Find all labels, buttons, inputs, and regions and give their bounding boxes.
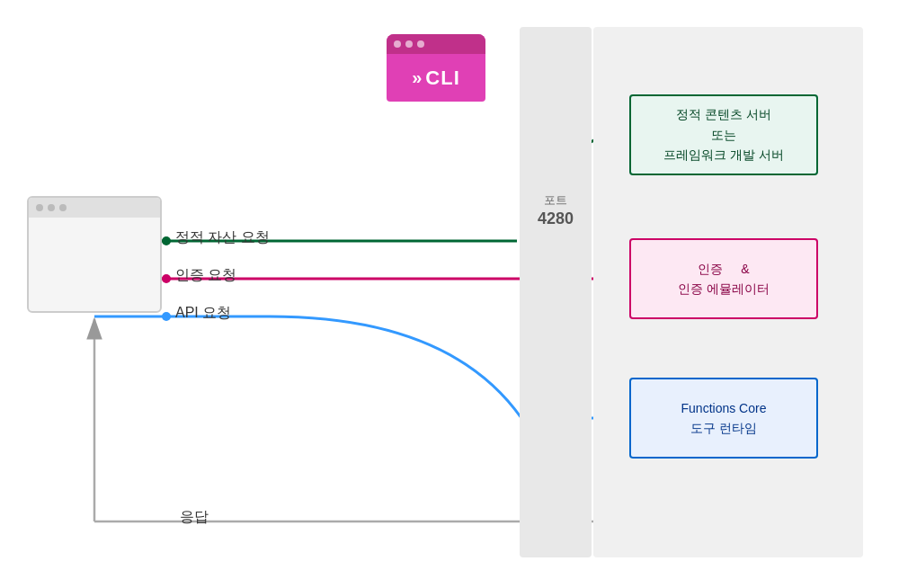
browser-dot-3 xyxy=(59,204,67,211)
browser-window xyxy=(27,196,162,313)
auth-request-label: 인증 요청 xyxy=(175,266,236,285)
static-line2: 또는 xyxy=(663,125,784,145)
static-service-box: 정적 콘텐츠 서버 또는 프레임워크 개발 서버 xyxy=(629,94,818,175)
cli-body: » CLI xyxy=(387,54,485,102)
browser-titlebar xyxy=(29,198,160,218)
static-line1: 정적 콘텐츠 서버 xyxy=(663,104,784,124)
port-number: 4280 xyxy=(530,209,581,229)
auth-line2: 인증 에뮬레이터 xyxy=(678,279,770,298)
browser-dot-2 xyxy=(48,204,55,211)
port-text: 포트 xyxy=(530,193,581,209)
cli-label: CLI xyxy=(425,67,459,90)
api-request-label: API 요청 xyxy=(175,304,231,323)
auth-service-text: 인증 & 인증 에뮬레이터 xyxy=(678,259,770,299)
svg-point-15 xyxy=(162,236,171,245)
response-label: 응답 xyxy=(180,508,209,527)
cli-dot-1 xyxy=(394,40,401,48)
cli-arrows-icon: » xyxy=(412,67,422,88)
port-label: 포트 4280 xyxy=(530,193,581,229)
browser-dot-1 xyxy=(36,204,43,211)
static-line3: 프레임워크 개발 서버 xyxy=(663,145,784,165)
auth-separator: & xyxy=(741,259,749,279)
auth-line1: 인증 xyxy=(698,259,723,279)
functions-line2: 도구 런타임 xyxy=(681,418,767,438)
functions-service-box: Functions Core 도구 런타임 xyxy=(629,378,818,459)
functions-service-text: Functions Core 도구 런타임 xyxy=(681,398,767,439)
cli-dot-2 xyxy=(405,40,413,48)
static-request-label: 정적 자산 요청 xyxy=(175,228,270,247)
diagram-container: » CLI 포트 4280 정적 콘텐츠 서버 또는 프레임워크 개발 서버 인… xyxy=(0,0,899,588)
cli-window: » CLI xyxy=(387,34,485,102)
cli-titlebar xyxy=(387,34,485,54)
auth-service-box: 인증 & 인증 에뮬레이터 xyxy=(629,238,818,319)
port-column xyxy=(520,27,592,557)
cli-dot-3 xyxy=(417,40,424,48)
svg-point-16 xyxy=(162,274,171,283)
static-service-text: 정적 콘텐츠 서버 또는 프레임워크 개발 서버 xyxy=(663,104,784,165)
svg-point-17 xyxy=(162,312,171,321)
functions-line1: Functions Core xyxy=(681,398,767,418)
